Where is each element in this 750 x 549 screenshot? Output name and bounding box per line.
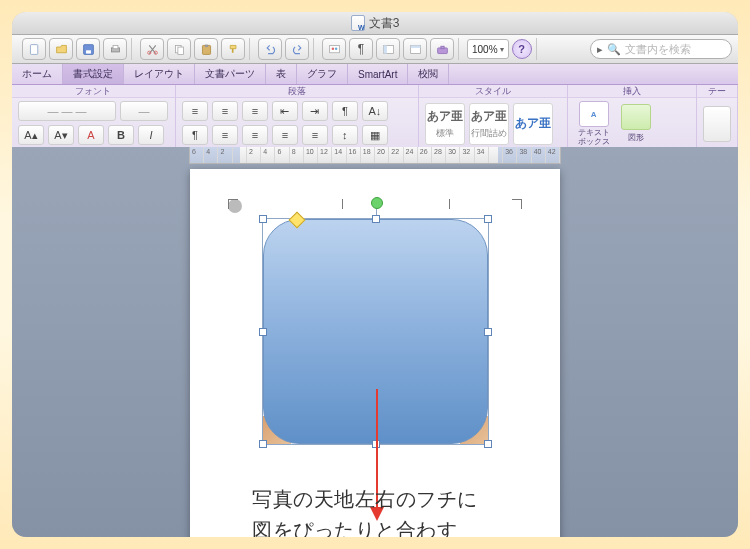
resize-handle-nw[interactable] — [259, 215, 267, 223]
standard-toolbar: ¶ 100% ▾ ? ▸ 🔍 文書内を検索 — [12, 35, 738, 64]
word-window: 文書3 ¶ — [12, 12, 738, 537]
ribbon-section-insert: 挿入 Aテキスト ボックス 図形 図 — [568, 85, 697, 150]
svg-point-13 — [334, 47, 336, 49]
svg-rect-4 — [113, 45, 118, 48]
bullets-button[interactable]: ≡ — [182, 101, 208, 121]
redo-button[interactable] — [285, 38, 309, 60]
resize-handle-w[interactable] — [259, 328, 267, 336]
resize-handle-ne[interactable] — [484, 215, 492, 223]
new-doc-button[interactable] — [22, 38, 46, 60]
rotate-handle[interactable] — [371, 197, 383, 209]
insert-textbox-button[interactable]: Aテキスト ボックス — [574, 101, 614, 147]
search-icon: 🔍 — [607, 43, 621, 56]
style-nospacing[interactable]: あア亜行間詰め — [469, 103, 509, 145]
titlebar: 文書3 — [12, 12, 738, 35]
svg-rect-2 — [86, 50, 91, 53]
help-button[interactable]: ? — [512, 39, 532, 59]
numbering-button[interactable]: ≡ — [212, 101, 238, 121]
sort-button[interactable]: A↓ — [362, 101, 388, 121]
grow-font-button[interactable]: A▴ — [18, 125, 44, 145]
media-browser-button[interactable] — [322, 38, 346, 60]
resize-handle-sw[interactable] — [259, 440, 267, 448]
zoom-combo[interactable]: 100% ▾ — [467, 39, 509, 59]
margin-mark-tr — [508, 199, 522, 213]
clear-format-button[interactable]: A — [78, 125, 104, 145]
ribbon-section-style: スタイル あア亜標準 あア亜行間詰め あア亜 — [419, 85, 568, 150]
resize-handle-se[interactable] — [484, 440, 492, 448]
svg-rect-8 — [177, 47, 183, 54]
multilevel-button[interactable]: ≡ — [242, 101, 268, 121]
line-spacing-button[interactable]: ↕ — [332, 125, 358, 145]
italic-button[interactable]: I — [138, 125, 164, 145]
tab-format[interactable]: 書式設定 — [63, 64, 124, 84]
selected-shape[interactable] — [263, 219, 488, 444]
svg-rect-0 — [30, 44, 37, 54]
tab-layout[interactable]: レイアウト — [124, 64, 195, 84]
align-left-button[interactable]: ≡ — [212, 125, 238, 145]
style-heading1[interactable]: あア亜 — [513, 103, 553, 145]
ribbon-section-font: フォント — — — — A▴ A▾ A B I U abc A² A A — [12, 85, 176, 150]
svg-rect-11 — [329, 45, 339, 52]
margin-mark — [449, 199, 450, 209]
tab-home[interactable]: ホーム — [12, 64, 63, 84]
search-placeholder: 文書内を検索 — [625, 42, 691, 57]
tab-chart[interactable]: グラフ — [297, 64, 348, 84]
annotation-caption: 写真の天地左右のフチに 図をぴったりと合わす — [252, 484, 478, 537]
chevron-down-icon: ▾ — [500, 45, 504, 54]
copy-button[interactable] — [167, 38, 191, 60]
word-doc-icon — [351, 15, 365, 31]
horizontal-ruler[interactable]: 6422468101214161820222426283032343638404… — [189, 147, 561, 164]
shrink-font-button[interactable]: A▾ — [48, 125, 74, 145]
sidebar-button[interactable] — [376, 38, 400, 60]
svg-rect-17 — [410, 45, 420, 47]
show-hide-button[interactable]: ¶ — [349, 38, 373, 60]
margin-mark-tl — [228, 199, 242, 213]
themes-button[interactable] — [703, 106, 731, 142]
resize-handle-n[interactable] — [372, 215, 380, 223]
document-workspace[interactable]: 6422468101214161820222426283032343638404… — [12, 147, 738, 537]
toolbox-button[interactable] — [430, 38, 454, 60]
tab-smartart[interactable]: SmartArt — [348, 64, 408, 84]
font-family-combo[interactable]: — — — — [18, 101, 116, 121]
svg-rect-19 — [440, 46, 443, 48]
svg-point-12 — [331, 47, 333, 49]
chevron-down-icon: ▸ — [597, 43, 603, 56]
ribbon-section-theme: テー — [697, 85, 738, 150]
ribbon-section-paragraph: 段落 ≡ ≡ ≡ ⇤ ⇥ ¶ A↓ ¶ ≡ ≡ ≡ ≡ ↕ ▦ ▭ — [176, 85, 419, 150]
insert-shape-button[interactable]: 図形 — [616, 104, 656, 143]
svg-rect-10 — [204, 44, 207, 46]
outdent-button[interactable]: ⇤ — [272, 101, 298, 121]
gallery-button[interactable] — [403, 38, 427, 60]
align-right-button[interactable]: ≡ — [272, 125, 298, 145]
format-painter-button[interactable] — [221, 38, 245, 60]
paste-button[interactable] — [194, 38, 218, 60]
cut-button[interactable] — [140, 38, 164, 60]
print-button[interactable] — [103, 38, 127, 60]
font-size-combo[interactable]: — — [120, 101, 168, 121]
style-normal[interactable]: あア亜標準 — [425, 103, 465, 145]
show-marks-button[interactable]: ¶ — [182, 125, 208, 145]
undo-button[interactable] — [258, 38, 282, 60]
margin-mark — [342, 199, 343, 209]
toolbox-tabs: ホーム 書式設定 レイアウト 文書パーツ 表 グラフ SmartArt 校閲 — [12, 64, 738, 85]
document-name: 文書3 — [369, 15, 400, 32]
resize-handle-e[interactable] — [484, 328, 492, 336]
save-button[interactable] — [76, 38, 100, 60]
justify-button[interactable]: ≡ — [302, 125, 328, 145]
search-field[interactable]: ▸ 🔍 文書内を検索 — [590, 39, 732, 59]
document-title: 文書3 — [12, 15, 738, 32]
tab-document-parts[interactable]: 文書パーツ — [195, 64, 266, 84]
tab-review[interactable]: 校閲 — [408, 64, 449, 84]
zoom-value: 100% — [472, 44, 498, 55]
align-center-button[interactable]: ≡ — [242, 125, 268, 145]
document-page[interactable]: 写真の天地左右のフチに 図をぴったりと合わす — [190, 169, 560, 537]
indent-button[interactable]: ⇥ — [302, 101, 328, 121]
open-button[interactable] — [49, 38, 73, 60]
bold-button[interactable]: B — [108, 125, 134, 145]
tab-table[interactable]: 表 — [266, 64, 297, 84]
ribbon: フォント — — — — A▴ A▾ A B I U abc A² A A 段落 — [12, 85, 738, 151]
svg-rect-15 — [383, 45, 386, 53]
shading-button[interactable]: ▦ — [362, 125, 388, 145]
ltr-button[interactable]: ¶ — [332, 101, 358, 121]
